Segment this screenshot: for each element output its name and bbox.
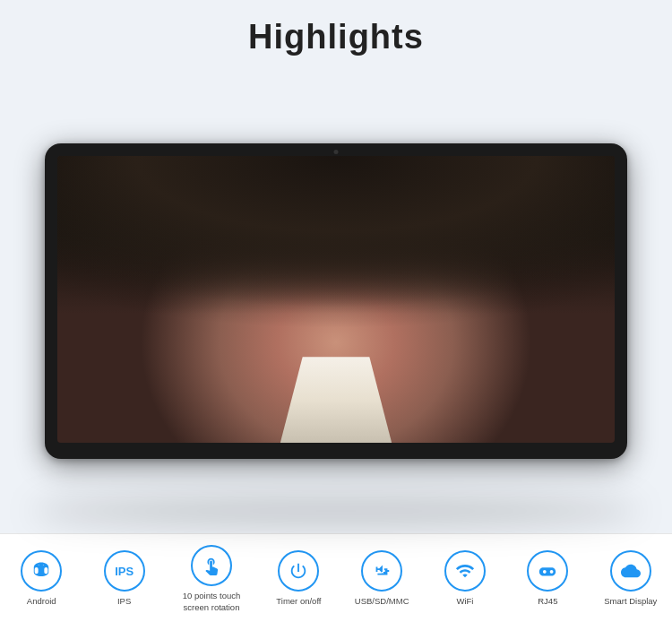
android-icon bbox=[21, 550, 62, 592]
device-shadow bbox=[31, 497, 641, 524]
features-bar: Android IPS IPS 10 points touch screen r… bbox=[0, 533, 672, 622]
feature-wifi: WiFi bbox=[438, 550, 492, 607]
wifi-label: WiFi bbox=[456, 596, 473, 607]
page-wrapper: Highlights Android IPS IPS bbox=[0, 0, 672, 622]
screen-image bbox=[57, 156, 615, 443]
device-frame-section bbox=[22, 69, 650, 533]
feature-usb: USB/SD/MMC bbox=[355, 550, 409, 607]
title-section: Highlights bbox=[0, 0, 672, 69]
feature-timer: Timer on/off bbox=[271, 550, 325, 607]
ips-label: IPS bbox=[117, 596, 131, 607]
touch-icon bbox=[191, 545, 232, 586]
usb-icon bbox=[361, 550, 402, 592]
cloud-icon bbox=[610, 550, 651, 592]
timer-label: Timer on/off bbox=[276, 596, 321, 607]
feature-android: Android bbox=[14, 550, 68, 607]
feature-smartdisplay: Smart Display bbox=[604, 550, 658, 607]
page-title: Highlights bbox=[0, 18, 672, 56]
usb-label: USB/SD/MMC bbox=[355, 596, 409, 607]
device-screen bbox=[57, 156, 615, 443]
feature-touch: 10 points touch screen rotation bbox=[180, 545, 243, 613]
android-label: Android bbox=[27, 596, 56, 607]
rj45-label: RJ45 bbox=[538, 596, 557, 607]
feature-rj45: RJ45 bbox=[521, 550, 574, 607]
touch-label: 10 points touch screen rotation bbox=[180, 591, 243, 613]
ips-icon: IPS bbox=[104, 550, 145, 592]
timer-icon bbox=[278, 550, 319, 592]
feature-ips: IPS IPS bbox=[98, 550, 151, 607]
rj45-icon bbox=[527, 550, 568, 592]
wifi-icon bbox=[444, 550, 486, 592]
smartdisplay-label: Smart Display bbox=[604, 596, 657, 607]
device-frame bbox=[45, 143, 627, 459]
